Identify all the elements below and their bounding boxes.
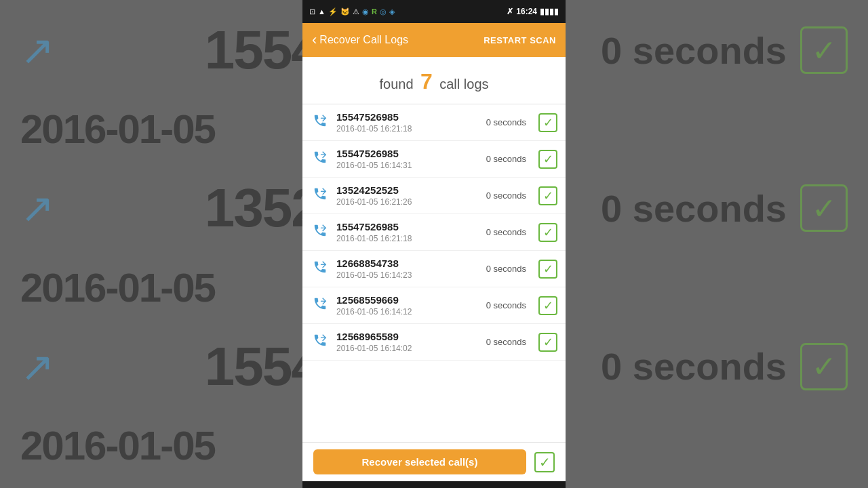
select-all-checkbox[interactable]: ✓ — [534, 452, 555, 472]
sim-icon: ⊡ — [309, 7, 315, 16]
status-icons-right: ✗ 16:24 ▮▮▮▮ — [507, 7, 559, 16]
call-date-0: 2016-01-05 16:21:18 — [336, 124, 479, 134]
app-icon: ◈ — [389, 7, 395, 16]
bg-phone-icon-1: ↗ — [20, 26, 54, 74]
bottom-bar: Recover selected call(s) ✓ — [302, 442, 566, 481]
call-info-6: 12568965589 2016-01-05 16:14:02 — [336, 331, 479, 353]
found-count: 7 — [420, 69, 433, 94]
call-checkbox-2[interactable]: ✓ — [538, 186, 557, 205]
call-date-5: 2016-01-05 16:14:12 — [336, 307, 479, 317]
call-icon-4 — [311, 260, 330, 279]
call-icon-5 — [311, 296, 330, 315]
call-duration-6: 0 seconds — [486, 337, 526, 347]
battery-icon: ▮▮▮▮ — [540, 7, 559, 16]
call-info-5: 12568559669 2016-01-05 16:14:12 — [336, 294, 479, 317]
call-icon-1 — [311, 150, 330, 169]
globe2-icon: ◎ — [380, 7, 387, 16]
call-icon-6 — [311, 333, 330, 352]
back-button[interactable]: Recover Call Logs — [312, 33, 408, 47]
call-date-2: 2016-01-05 16:21:26 — [336, 197, 479, 207]
call-icon-2 — [311, 186, 330, 205]
r-icon: R — [372, 7, 377, 16]
call-date-4: 2016-01-05 16:14:23 — [336, 270, 479, 280]
found-prefix: found — [379, 77, 413, 92]
bg-check-2: ✓ — [800, 184, 848, 232]
call-info-3: 15547526985 2016-01-05 16:21:18 — [336, 221, 479, 243]
call-log-item[interactable]: 13524252525 2016-01-05 16:21:26 0 second… — [302, 178, 566, 214]
call-duration-1: 0 seconds — [486, 154, 526, 164]
time-display: 16:24 — [516, 7, 537, 16]
phone-frame: ⊡ ▲ ⚡ 🐱 ⚠ ◉ R ◎ ◈ ✗ 16:24 ▮▮▮▮ Recover C… — [302, 0, 566, 488]
cat-icon: 🐱 — [340, 7, 350, 16]
status-icons-left: ⊡ ▲ ⚡ 🐱 ⚠ ◉ R ◎ ◈ — [309, 7, 395, 16]
call-number-0: 15547526985 — [336, 111, 479, 123]
call-checkbox-3[interactable]: ✓ — [538, 223, 557, 242]
call-info-2: 13524252525 2016-01-05 16:21:26 — [336, 184, 479, 207]
bg-date-2: 2016-01-05 — [20, 264, 215, 311]
bg-phone-icon-3: ↗ — [20, 343, 54, 390]
call-checkbox-6[interactable]: ✓ — [538, 333, 557, 352]
call-number-4: 12668854738 — [336, 258, 479, 269]
mute-icon: ✗ — [507, 7, 513, 16]
bg-seconds-2: 0 seconds — [601, 186, 787, 230]
chevron-left-icon — [312, 33, 317, 47]
status-bar: ⊡ ▲ ⚡ 🐱 ⚠ ◉ R ◎ ◈ ✗ 16:24 ▮▮▮▮ — [302, 0, 566, 23]
bg-phone-icon-2: ↗ — [20, 184, 54, 232]
call-duration-4: 0 seconds — [486, 264, 526, 274]
globe-icon: ◉ — [362, 7, 369, 16]
bg-seconds-3: 0 seconds — [601, 344, 787, 388]
charge-icon: ⚡ — [328, 7, 338, 16]
call-log-item[interactable]: 15547526985 2016-01-05 16:14:31 0 second… — [302, 141, 566, 178]
call-icon-3 — [311, 223, 330, 242]
call-duration-3: 0 seconds — [486, 227, 526, 237]
call-log-item[interactable]: 12568559669 2016-01-05 16:14:12 0 second… — [302, 287, 566, 324]
bg-date-3: 2016-01-05 — [20, 422, 215, 469]
call-log-item[interactable]: 12668854738 2016-01-05 16:14:23 0 second… — [302, 251, 566, 287]
nav-bar: Recover Call Logs RESTART SCAN — [302, 23, 566, 57]
call-duration-5: 0 seconds — [486, 300, 526, 310]
call-log-list[interactable]: 15547526985 2016-01-05 16:21:18 0 second… — [302, 104, 566, 442]
found-header: found 7 call logs — [302, 57, 566, 104]
call-date-6: 2016-01-05 16:14:02 — [336, 344, 479, 353]
call-date-3: 2016-01-05 16:21:18 — [336, 234, 479, 243]
call-info-1: 15547526985 2016-01-05 16:14:31 — [336, 148, 479, 170]
bg-check-3: ✓ — [800, 343, 848, 390]
call-icon-0 — [311, 113, 330, 132]
wifi-icon: ▲ — [318, 7, 326, 16]
call-number-3: 15547526985 — [336, 221, 479, 232]
call-duration-2: 0 seconds — [486, 190, 526, 201]
call-number-6: 12568965589 — [336, 331, 479, 342]
alert-icon: ⚠ — [353, 7, 359, 16]
call-checkbox-1[interactable]: ✓ — [538, 150, 557, 169]
bg-seconds-1: 0 seconds — [601, 28, 787, 73]
call-duration-0: 0 seconds — [486, 117, 526, 127]
call-info-0: 15547526985 2016-01-05 16:21:18 — [336, 111, 479, 134]
home-bar — [302, 481, 566, 488]
restart-scan-button[interactable]: RESTART SCAN — [484, 35, 556, 45]
call-log-item[interactable]: 15547526985 2016-01-05 16:21:18 0 second… — [302, 214, 566, 251]
call-number-1: 15547526985 — [336, 148, 479, 159]
bg-check-1: ✓ — [800, 26, 848, 74]
call-info-4: 12668854738 2016-01-05 16:14:23 — [336, 258, 479, 280]
call-number-5: 12568559669 — [336, 294, 479, 306]
nav-title: Recover Call Logs — [319, 34, 408, 46]
found-suffix: call logs — [439, 77, 488, 92]
bg-date-1: 2016-01-05 — [20, 106, 215, 152]
recover-selected-button[interactable]: Recover selected call(s) — [313, 449, 526, 474]
call-date-1: 2016-01-05 16:14:31 — [336, 161, 479, 170]
call-checkbox-5[interactable]: ✓ — [538, 296, 557, 315]
call-log-item[interactable]: 15547526985 2016-01-05 16:21:18 0 second… — [302, 104, 566, 141]
call-checkbox-4[interactable]: ✓ — [538, 260, 557, 279]
call-checkbox-0[interactable]: ✓ — [538, 113, 557, 132]
call-log-item[interactable]: 12568965589 2016-01-05 16:14:02 0 second… — [302, 324, 566, 361]
call-number-2: 13524252525 — [336, 184, 479, 196]
